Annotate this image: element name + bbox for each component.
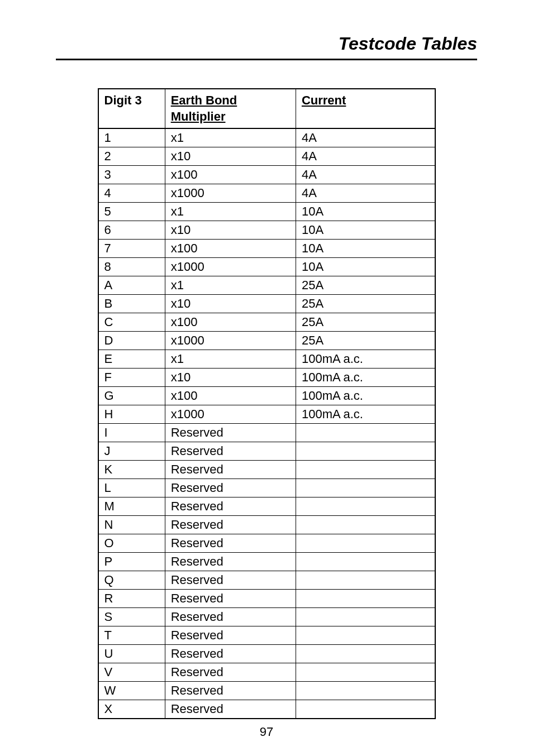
- cell-multiplier: x1000: [165, 258, 296, 276]
- table-row: NReserved: [98, 516, 435, 534]
- cell-multiplier: Reserved: [165, 553, 296, 571]
- table-row: SReserved: [98, 608, 435, 626]
- cell-multiplier: Reserved: [165, 608, 296, 626]
- cell-multiplier: Reserved: [165, 571, 296, 590]
- cell-digit: C: [98, 313, 165, 332]
- cell-digit: 6: [98, 221, 165, 240]
- cell-current: 10A: [296, 240, 435, 258]
- cell-current: 4A: [296, 128, 435, 147]
- cell-multiplier: Reserved: [165, 663, 296, 682]
- cell-multiplier: Reserved: [165, 700, 296, 719]
- cell-digit: U: [98, 645, 165, 663]
- cell-multiplier: x10: [165, 147, 296, 166]
- cell-current: [296, 479, 435, 497]
- cell-digit: D: [98, 332, 165, 350]
- cell-current: [296, 571, 435, 590]
- table-row: RReserved: [98, 590, 435, 608]
- cell-multiplier: x1: [165, 350, 296, 369]
- table-row: QReserved: [98, 571, 435, 590]
- table-row: Ex1100mA a.c.: [98, 350, 435, 369]
- cell-current: [296, 424, 435, 442]
- table-row: 1x14A: [98, 128, 435, 147]
- cell-current: 10A: [296, 203, 435, 221]
- cell-digit: G: [98, 387, 165, 405]
- cell-multiplier: Reserved: [165, 516, 296, 534]
- cell-digit: 4: [98, 184, 165, 203]
- table-row: VReserved: [98, 663, 435, 682]
- table-row: KReserved: [98, 461, 435, 479]
- page-number: 97: [0, 725, 533, 739]
- cell-multiplier: x100: [165, 240, 296, 258]
- cell-digit: 3: [98, 166, 165, 184]
- cell-digit: Q: [98, 571, 165, 590]
- cell-digit: M: [98, 497, 165, 516]
- cell-digit: 7: [98, 240, 165, 258]
- cell-multiplier: x1: [165, 203, 296, 221]
- table-row: Bx1025A: [98, 295, 435, 313]
- cell-digit: 1: [98, 128, 165, 147]
- cell-multiplier: Reserved: [165, 645, 296, 663]
- table-container: Digit 3 Earth Bond Multiplier Current 1x…: [56, 88, 477, 719]
- table-row: 4x10004A: [98, 184, 435, 203]
- cell-multiplier: Reserved: [165, 442, 296, 461]
- cell-digit: T: [98, 626, 165, 645]
- cell-current: 4A: [296, 147, 435, 166]
- table-row: 7x10010A: [98, 240, 435, 258]
- cell-current: 25A: [296, 295, 435, 313]
- cell-digit: S: [98, 608, 165, 626]
- cell-current: 100mA a.c.: [296, 369, 435, 387]
- cell-current: [296, 608, 435, 626]
- cell-multiplier: x1: [165, 128, 296, 147]
- cell-multiplier: Reserved: [165, 682, 296, 700]
- cell-digit: N: [98, 516, 165, 534]
- cell-digit: L: [98, 479, 165, 497]
- table-row: TReserved: [98, 626, 435, 645]
- table-row: 3x1004A: [98, 166, 435, 184]
- table-row: Hx1000100mA a.c.: [98, 405, 435, 424]
- cell-digit: J: [98, 442, 165, 461]
- table-row: Cx10025A: [98, 313, 435, 332]
- cell-multiplier: x10: [165, 369, 296, 387]
- cell-digit: A: [98, 276, 165, 295]
- cell-current: [296, 497, 435, 516]
- cell-multiplier: x1: [165, 276, 296, 295]
- cell-current: [296, 534, 435, 553]
- cell-multiplier: x1000: [165, 332, 296, 350]
- cell-digit: R: [98, 590, 165, 608]
- cell-current: 100mA a.c.: [296, 350, 435, 369]
- cell-multiplier: x100: [165, 313, 296, 332]
- table-row: Fx10100mA a.c.: [98, 369, 435, 387]
- cell-current: 25A: [296, 276, 435, 295]
- cell-current: [296, 700, 435, 719]
- table-row: Dx100025A: [98, 332, 435, 350]
- cell-current: 25A: [296, 332, 435, 350]
- table-row: JReserved: [98, 442, 435, 461]
- cell-multiplier: x100: [165, 166, 296, 184]
- cell-multiplier: Reserved: [165, 590, 296, 608]
- cell-current: 100mA a.c.: [296, 387, 435, 405]
- table-row: MReserved: [98, 497, 435, 516]
- cell-multiplier: x100: [165, 387, 296, 405]
- cell-multiplier: x1000: [165, 184, 296, 203]
- page-header: Testcode Tables: [56, 34, 477, 60]
- cell-current: [296, 682, 435, 700]
- table-row: PReserved: [98, 553, 435, 571]
- cell-current: 10A: [296, 258, 435, 276]
- cell-digit: 8: [98, 258, 165, 276]
- table-row: UReserved: [98, 645, 435, 663]
- cell-current: [296, 663, 435, 682]
- cell-multiplier: x10: [165, 221, 296, 240]
- cell-current: 10A: [296, 221, 435, 240]
- cell-current: [296, 590, 435, 608]
- cell-current: 25A: [296, 313, 435, 332]
- table-row: WReserved: [98, 682, 435, 700]
- cell-multiplier: Reserved: [165, 626, 296, 645]
- table-row: 6x1010A: [98, 221, 435, 240]
- cell-digit: H: [98, 405, 165, 424]
- cell-digit: B: [98, 295, 165, 313]
- table-row: XReserved: [98, 700, 435, 719]
- cell-digit: E: [98, 350, 165, 369]
- page-title: Testcode Tables: [339, 34, 477, 54]
- cell-multiplier: Reserved: [165, 479, 296, 497]
- cell-digit: O: [98, 534, 165, 553]
